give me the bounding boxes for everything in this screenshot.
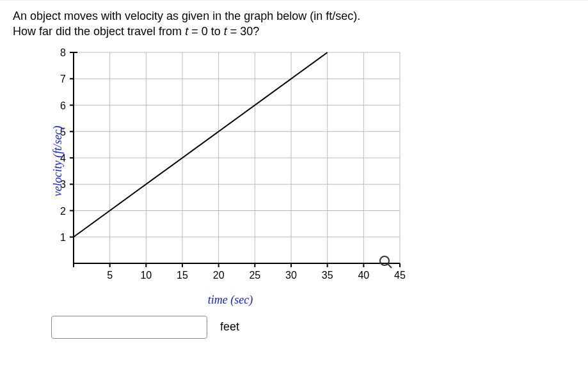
svg-text:5: 5 — [107, 270, 113, 281]
svg-text:35: 35 — [322, 270, 333, 281]
svg-line-56 — [388, 264, 392, 268]
svg-text:8: 8 — [60, 47, 66, 58]
chart-svg: 5101520253035404512345678 — [51, 46, 409, 289]
svg-text:20: 20 — [213, 270, 225, 281]
svg-text:6: 6 — [60, 100, 66, 111]
y-axis-label: velocity (ft/sec) — [51, 125, 65, 196]
svg-text:7: 7 — [60, 74, 66, 84]
question-eq2: = 30? — [227, 25, 260, 38]
svg-text:15: 15 — [177, 270, 188, 281]
answer-input[interactable] — [51, 316, 207, 339]
chart-wrap: velocity (ft/sec) time (sec) 51015202530… — [13, 46, 575, 339]
svg-text:30: 30 — [285, 270, 297, 281]
question-line2-pre: How far did the object travel from — [13, 25, 185, 38]
answer-row: feet — [51, 316, 575, 339]
svg-text:45: 45 — [394, 270, 406, 281]
svg-text:25: 25 — [249, 270, 260, 281]
answer-unit: feet — [220, 320, 239, 334]
zoom-icon[interactable] — [378, 254, 393, 270]
problem-container: An object moves with velocity as given i… — [0, 0, 588, 372]
question-text: An object moves with velocity as given i… — [13, 8, 575, 40]
svg-text:40: 40 — [358, 270, 369, 281]
x-axis-label: time (sec) — [208, 293, 253, 307]
svg-text:1: 1 — [60, 231, 66, 242]
velocity-chart: velocity (ft/sec) time (sec) 51015202530… — [51, 46, 409, 276]
question-eq1: = 0 to — [188, 25, 224, 38]
svg-point-55 — [380, 256, 389, 265]
svg-text:2: 2 — [60, 205, 66, 216]
question-line1: An object moves with velocity as given i… — [13, 10, 360, 22]
svg-text:10: 10 — [140, 270, 152, 281]
